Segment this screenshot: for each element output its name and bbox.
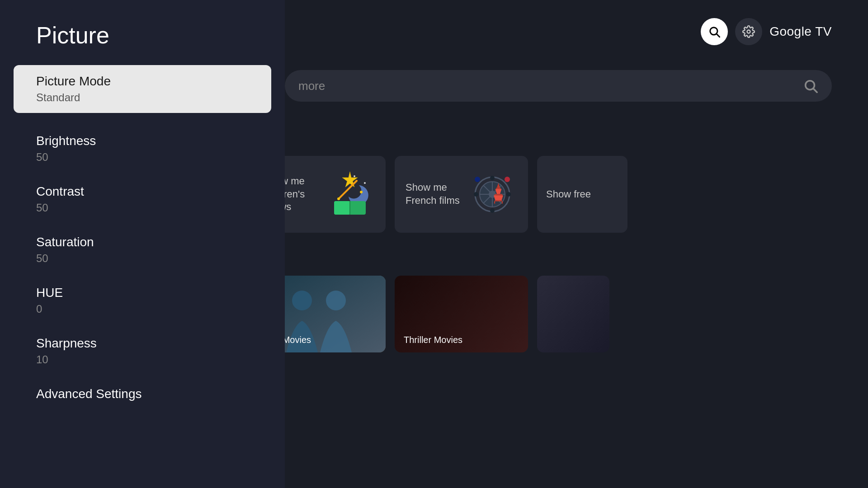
search-bar-icon (803, 78, 818, 94)
svg-marker-29 (494, 195, 503, 200)
picture-mode-value: Standard (36, 91, 249, 104)
svg-point-23 (474, 192, 478, 197)
contrast-item[interactable]: Contrast 50 (0, 174, 285, 214)
sharpness-label: Sharpness (36, 336, 262, 351)
partial-card-label: Show free (546, 188, 591, 200)
svg-point-2 (747, 30, 750, 33)
advanced-settings-item[interactable]: Advanced Settings (0, 377, 285, 401)
hue-value: 0 (36, 303, 262, 315)
svg-point-12 (364, 182, 366, 184)
picture-mode-label: Picture Mode (36, 74, 249, 89)
picture-mode-item[interactable]: Picture Mode Standard (14, 65, 271, 113)
svg-point-11 (360, 191, 363, 193)
tv-header: Google TV (285, 0, 868, 63)
film-reel-icon (467, 169, 517, 219)
brightness-label: Brightness (36, 134, 262, 148)
hue-label: HUE (36, 286, 262, 300)
saturation-item[interactable]: Saturation 50 (0, 225, 285, 265)
wizard-icon (325, 169, 375, 219)
svg-marker-5 (342, 172, 358, 187)
svg-point-37 (326, 291, 346, 310)
svg-rect-7 (334, 201, 350, 215)
svg-rect-26 (496, 188, 501, 189)
search-button[interactable] (701, 18, 728, 45)
svg-point-21 (490, 176, 495, 180)
sharpness-item[interactable]: Sharpness 10 (0, 326, 285, 366)
svg-rect-30 (495, 201, 502, 202)
suggestion-card-partial-right: Show free (537, 156, 627, 233)
content-card-partial-right-row2 (537, 276, 609, 352)
settings-button[interactable] (735, 18, 762, 45)
google-tv-label: Google TV (769, 24, 832, 39)
settings-title: Picture (0, 0, 285, 65)
sharpness-value: 10 (36, 353, 262, 366)
svg-point-34 (505, 177, 510, 182)
brightness-value: 50 (36, 151, 262, 164)
svg-point-10 (337, 197, 340, 200)
svg-point-36 (292, 291, 312, 310)
search-bar[interactable]: more (285, 70, 832, 102)
svg-point-33 (475, 177, 480, 182)
svg-line-1 (717, 34, 719, 37)
search-bar-placeholder: more (298, 79, 325, 93)
thriller-movies-label: Thriller Movies (404, 335, 462, 345)
search-bar-area: more (285, 70, 832, 102)
settings-panel: Picture Picture Mode Standard Brightness… (0, 0, 285, 488)
svg-line-4 (813, 89, 817, 92)
saturation-value: 50 (36, 252, 262, 265)
contrast-label: Contrast (36, 184, 262, 199)
svg-rect-28 (495, 194, 502, 196)
advanced-settings-label: Advanced Settings (36, 387, 262, 401)
suggestion-card-french-films[interactable]: Show me French films (395, 156, 528, 233)
hue-item[interactable]: HUE 0 (0, 276, 285, 315)
brightness-item[interactable]: Brightness 50 (0, 124, 285, 164)
svg-point-22 (490, 208, 495, 213)
saturation-label: Saturation (36, 235, 262, 249)
svg-point-13 (354, 175, 355, 177)
content-cards-row2: Free Movies Thriller Movies (252, 276, 868, 352)
french-films-label: Show me French films (406, 181, 467, 207)
svg-point-24 (506, 192, 511, 197)
suggestion-cards-row1: Show me children's shows (252, 156, 868, 233)
content-card-thriller-movies[interactable]: Thriller Movies (395, 276, 528, 352)
contrast-value: 50 (36, 202, 262, 214)
